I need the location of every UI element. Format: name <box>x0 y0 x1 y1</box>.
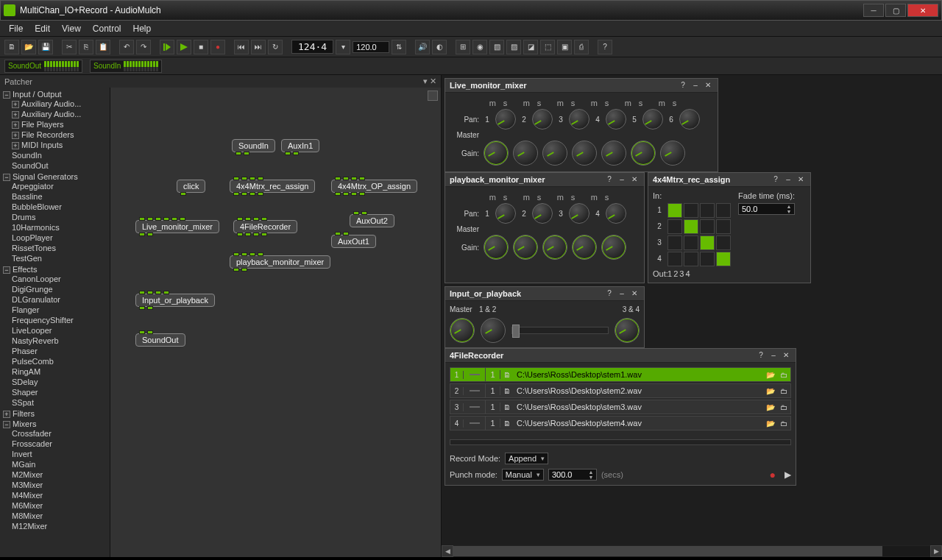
play-start-icon[interactable] <box>160 40 174 54</box>
file-row[interactable]: 21🗎C:\Users\Ross\Desktop\stem2.wav📂🗀 <box>450 383 791 398</box>
tree-item[interactable]: PulseComb <box>12 356 108 366</box>
next-icon[interactable]: ⏭ <box>251 40 266 54</box>
master-knob-3[interactable] <box>615 318 640 343</box>
master-knob-2[interactable] <box>481 318 506 343</box>
tree-item[interactable]: +Auxiliary Audio... <box>12 109 108 119</box>
paste-icon[interactable]: 📋 <box>96 40 110 54</box>
gain-knob-4[interactable] <box>601 141 626 166</box>
maximize-button[interactable]: ▢ <box>885 4 906 17</box>
tree-item[interactable]: SoundOut <box>12 160 108 171</box>
tree-item[interactable]: DigiGrunge <box>12 284 108 294</box>
matrix-cell-4-3[interactable] <box>700 252 715 266</box>
file-row[interactable]: 11🗎C:\Users\Ross\Desktop\stem1.wav📂🗀 <box>450 367 791 382</box>
audio-icon[interactable]: 🔊 <box>415 40 430 54</box>
node-auxin1[interactable]: AuxIn1 <box>281 139 319 152</box>
tool1-icon[interactable]: ⊞ <box>456 40 470 54</box>
tool6-icon[interactable]: ⬚ <box>540 40 555 54</box>
file-row[interactable]: 41🗎C:\Users\Ross\Desktop\stem4.wav📂🗀 <box>450 416 791 430</box>
tree-item[interactable]: MGain <box>12 459 108 469</box>
pan-knob-3[interactable] <box>569 109 589 130</box>
tree-item[interactable]: Bassline <box>12 191 108 202</box>
tree-item[interactable]: M3Mixer <box>12 480 108 490</box>
gain-knob-2[interactable] <box>542 235 567 260</box>
menu-control[interactable]: Control <box>87 22 127 35</box>
pan-knob-2[interactable] <box>532 203 553 224</box>
node-playback-mixer[interactable]: playback_monitor_mixer <box>230 255 330 269</box>
cut-icon[interactable]: ✂ <box>62 40 77 54</box>
gain-knob-3[interactable] <box>572 235 597 260</box>
tree-item[interactable]: +File Players <box>12 119 108 130</box>
tempo-spin-icon[interactable]: ⇅ <box>392 40 406 54</box>
tree-item[interactable]: 10Harmonics <box>12 222 108 233</box>
tree-item[interactable]: LoopPlayer <box>12 233 108 243</box>
panel-min-icon[interactable]: – <box>768 350 779 361</box>
pan-knob-6[interactable] <box>679 109 700 130</box>
tree-item[interactable]: Arpeggiator <box>12 181 108 191</box>
master-knob-1[interactable] <box>450 318 475 343</box>
matrix-cell-3-2[interactable] <box>684 235 698 250</box>
tree-item[interactable]: Shaper <box>12 387 108 397</box>
matrix-cell-2-1[interactable] <box>667 219 682 234</box>
pan-knob-5[interactable] <box>642 109 663 130</box>
panel-close-icon[interactable]: ✕ <box>781 350 791 361</box>
pan-knob-3[interactable] <box>569 203 589 224</box>
panel-close-icon[interactable]: ✕ <box>796 174 806 185</box>
minimize-button[interactable]: ─ <box>863 4 884 17</box>
tree-item[interactable]: Drums <box>12 212 108 222</box>
panel-help-icon[interactable]: ? <box>756 350 766 361</box>
loop-icon[interactable]: ↻ <box>268 40 283 54</box>
tool5-icon[interactable]: ◪ <box>523 40 538 54</box>
record-icon[interactable]: ● <box>210 40 225 54</box>
position-slider[interactable] <box>450 439 791 445</box>
tree-item[interactable]: SSpat <box>12 397 108 408</box>
folder-icon[interactable]: 🗀 <box>777 419 790 428</box>
tool8-icon[interactable]: ⎙ <box>574 40 589 54</box>
tool2-icon[interactable]: ◉ <box>472 40 487 54</box>
gain-knob-1[interactable] <box>513 141 538 166</box>
matrix-cell-4-1[interactable] <box>667 252 682 266</box>
pan-knob-1[interactable] <box>495 203 516 224</box>
tool4-icon[interactable]: ▨ <box>506 40 521 54</box>
tree-item[interactable]: Invert <box>12 449 108 459</box>
node-rec-assign[interactable]: 4x4Mtrx_rec_assign <box>230 180 315 193</box>
panel-min-icon[interactable]: – <box>783 174 793 185</box>
tree-item[interactable]: BubbleBlower <box>12 202 108 212</box>
gain-knob-4[interactable] <box>601 235 626 260</box>
tree-item[interactable]: M12Mixer <box>12 521 108 531</box>
gain-knob-1[interactable] <box>513 235 538 260</box>
play-icon[interactable] <box>177 40 191 54</box>
menu-file[interactable]: File <box>3 22 29 35</box>
browse-icon[interactable]: 📂 <box>764 387 777 395</box>
tool7-icon[interactable]: ▣ <box>557 40 572 54</box>
matrix-cell-2-4[interactable] <box>716 219 731 234</box>
node-soundout[interactable]: SoundOut <box>135 333 185 347</box>
tree-item[interactable]: Frosscader <box>12 439 108 449</box>
horizontal-scrollbar[interactable]: ◀▶ <box>442 545 942 557</box>
folder-icon[interactable]: 🗀 <box>777 403 790 411</box>
tree-item[interactable]: Phaser <box>12 346 108 356</box>
patcher-canvas[interactable]: SoundIn AuxIn1 click 4x4Mtrx_rec_assign … <box>110 88 441 557</box>
menu-edit[interactable]: Edit <box>29 22 56 35</box>
gain-knob-5[interactable] <box>631 141 656 166</box>
panel-min-icon[interactable]: – <box>690 80 701 91</box>
browse-icon[interactable]: 📂 <box>764 371 777 379</box>
node-auxout2[interactable]: AuxOut2 <box>350 214 394 227</box>
record-mode-select[interactable]: Append <box>505 453 548 464</box>
node-soundin[interactable]: SoundIn <box>232 139 275 152</box>
matrix-cell-4-2[interactable] <box>684 252 698 266</box>
crossfade-slider[interactable] <box>511 327 609 334</box>
tree-item[interactable]: RissetTones <box>12 243 108 253</box>
matrix-cell-1-1[interactable] <box>667 203 682 218</box>
menu-help[interactable]: Help <box>127 22 157 35</box>
matrix-cell-3-4[interactable] <box>716 235 731 250</box>
tree-item[interactable]: +MIDI Inputs <box>12 140 108 150</box>
tree-item[interactable]: M6Mixer <box>12 500 108 511</box>
punch-mode-select[interactable]: Manual <box>502 469 544 481</box>
panel-close-icon[interactable]: ✕ <box>629 174 640 185</box>
panel-close-icon[interactable]: ✕ <box>703 80 713 91</box>
panel-help-icon[interactable]: ? <box>771 174 781 185</box>
tree-item[interactable]: M2Mixer <box>12 469 108 480</box>
browse-icon[interactable]: 📂 <box>764 419 777 428</box>
tool3-icon[interactable]: ▧ <box>489 40 504 54</box>
tree-item[interactable]: DLGranulator <box>12 294 108 305</box>
